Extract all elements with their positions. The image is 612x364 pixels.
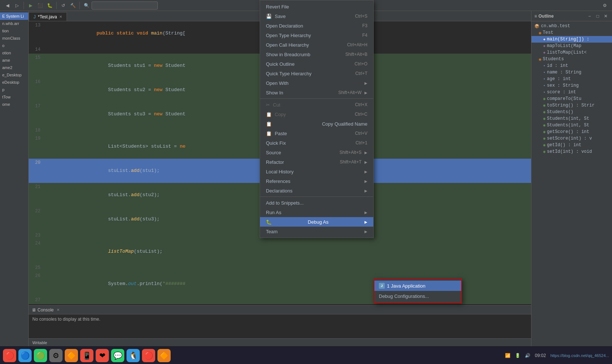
search-input[interactable] — [94, 3, 155, 8]
menu-item-open-type-hierarchy[interactable]: Open Type Hierarchy F4 — [260, 30, 373, 40]
outline-close-button[interactable]: ✕ — [602, 13, 609, 19]
code-line-24: 24 listToMap(stuList); — [29, 239, 531, 264]
taskbar-icon-1[interactable]: 🔴 — [3, 349, 16, 362]
submenu-item-debug-configurations[interactable]: Debug Configurations... — [374, 291, 461, 301]
menu-item-quick-type-hierarchy[interactable]: Quick Type Hierarchy Ctrl+T — [260, 69, 373, 78]
outline-item-mapttolist[interactable]: ◈ mapToList(Map — [531, 43, 612, 49]
build-button[interactable]: 🔨 — [68, 1, 77, 10]
sidebar-item-ame2[interactable]: ame2 — [0, 64, 28, 71]
menu-item-save[interactable]: 💾 Save Ctrl+S — [260, 11, 373, 21]
sidebar-item-whb-arr[interactable]: n.whb.arr — [0, 20, 28, 27]
outline-item-getscore[interactable]: ◉ getScore() : int — [531, 129, 612, 135]
menu-item-source[interactable]: Source Shift+Alt+S ▶ — [260, 148, 373, 157]
local-history-arrow: ▶ — [364, 170, 367, 174]
taskbar-icon-11[interactable]: 🔶 — [157, 349, 171, 362]
outline-expand-button[interactable]: □ — [594, 13, 601, 19]
taskbar-icon-10[interactable]: 🔴 — [142, 349, 155, 362]
menu-item-local-history[interactable]: Local History ▶ — [260, 167, 373, 176]
outline-item-setscore[interactable]: ◉ setScore(int) : v — [531, 135, 612, 142]
menu-item-quick-outline[interactable]: Quick Outline Ctrl+O — [260, 59, 373, 69]
outline-item-setid[interactable]: ◉ setId(int) : void — [531, 148, 612, 155]
outline-item-sex-field[interactable]: ▪ sex : String — [531, 82, 612, 89]
forward-button[interactable]: ▷ — [13, 1, 21, 10]
sidebar-item-o[interactable]: o — [0, 42, 28, 49]
menu-item-team[interactable]: Team ▶ — [260, 227, 373, 236]
refresh-button[interactable]: ↺ — [59, 1, 68, 10]
refactor-label: Refactor — [266, 159, 284, 165]
taskbar-icon-6[interactable]: 📱 — [80, 349, 93, 362]
menu-item-copy-qualified-name[interactable]: 📋 Copy Qualified Name — [260, 119, 373, 129]
toolbar-separator-3 — [79, 2, 80, 9]
outline-item-listtomap[interactable]: ◈ listToMap(List< — [531, 49, 612, 56]
outline-item-students-class[interactable]: ◉ Students — [531, 56, 612, 62]
menu-item-open-declaration[interactable]: Open Declaration F3 — [260, 21, 373, 30]
menu-item-add-to-snippets[interactable]: Add to Snippets... — [260, 198, 373, 208]
menu-item-open-call-hierarchy[interactable]: Open Call Hierarchy Ctrl+Alt+H — [260, 40, 373, 50]
submenu-item-java-app[interactable]: J 1 Java Application — [374, 281, 461, 291]
back-button[interactable]: ◀ — [3, 1, 12, 10]
compareto-label: compareTo(Stu — [547, 96, 581, 101]
menu-item-references[interactable]: References ▶ — [260, 176, 373, 186]
menu-item-revert-file[interactable]: Revert File — [260, 2, 373, 11]
outline-item-constructor-default[interactable]: ◉ Students() — [531, 109, 612, 115]
sidebar-item-monclass[interactable]: monClass — [0, 35, 28, 42]
taskbar-icon-2[interactable]: 🔵 — [18, 349, 32, 362]
sidebar-item-ome[interactable]: ome — [0, 101, 28, 108]
outline-item-package[interactable]: 📦 cn.whb.test — [531, 23, 612, 29]
menu-item-refactor[interactable]: Refactor Shift+Alt+T ▶ — [260, 157, 373, 167]
taskbar-icon-8[interactable]: 💬 — [111, 349, 124, 362]
open-type-hierarchy-label: Open Type Hierarchy — [266, 33, 311, 38]
outline-item-tostring[interactable]: ◉ toString() : Strir — [531, 102, 612, 109]
quick-fix-label: Quick Fix — [266, 140, 286, 146]
menu-item-show-in[interactable]: Show In Shift+Alt+W ▶ — [260, 88, 373, 97]
outline-item-compareto[interactable]: ◉ compareTo(Stu — [531, 95, 612, 102]
menu-item-cut[interactable]: ✂ Cut Ctrl+X — [260, 100, 373, 109]
taskbar-icon-3[interactable]: 🟢 — [34, 349, 47, 362]
taskbar-icon-9[interactable]: 🐧 — [127, 349, 140, 362]
settings-button[interactable]: ⚙ — [600, 1, 609, 10]
sidebar-item-ttow[interactable]: tTow — [0, 93, 28, 101]
method-pub-icon: ◈ — [543, 37, 545, 42]
taskbar-icon-7[interactable]: ❤ — [96, 349, 109, 362]
taskbar-icon-5[interactable]: 🔶 — [65, 349, 78, 362]
outline-item-constructor-2[interactable]: ◉ Students(int, St — [531, 122, 612, 129]
sidebar-item-otion[interactable]: otion — [0, 49, 28, 57]
sidebar-item-ame[interactable]: ame — [0, 57, 28, 64]
taskbar-icon-4[interactable]: ⚙ — [49, 349, 63, 362]
sidebar-item-p[interactable]: p — [0, 86, 28, 93]
editor-tab-test-java[interactable]: J *Test.java ✕ — [29, 12, 67, 21]
line-num-17: 17 — [29, 102, 43, 126]
outline-item-id-field[interactable]: ▪ id : int — [531, 62, 612, 69]
menu-item-show-in-breadcrumb[interactable]: Show in Breadcrumb Shift+Alt+B — [260, 50, 373, 59]
stop-button[interactable]: ⬛ — [36, 1, 45, 10]
sidebar-item-system-li[interactable]: E System Li — [0, 12, 28, 20]
sidebar-item-tion[interactable]: tion — [0, 27, 28, 35]
menu-item-paste[interactable]: 📋 Paste Ctrl+V — [260, 129, 373, 138]
close-icon[interactable]: ✕ — [59, 15, 62, 19]
run-button[interactable]: ▶ — [26, 1, 35, 10]
outline-item-getid[interactable]: ◉ getId() : int — [531, 142, 612, 148]
outline-item-main-method[interactable]: ◈ main(String[]) : — [531, 36, 612, 43]
outline-item-name-field[interactable]: ▪ name : String — [531, 69, 612, 76]
outline-item-test-class[interactable]: ◉ Test — [531, 29, 612, 36]
sidebar-item-desktop[interactable]: e_Desktop — [0, 71, 28, 79]
menu-item-quick-fix[interactable]: Quick Fix Ctrl+1 — [260, 138, 373, 148]
outline-collapse-button[interactable]: − — [586, 13, 593, 19]
field-icon-id: ▪ — [543, 64, 545, 68]
sidebar-item-edesktop[interactable]: eDesktop — [0, 79, 28, 86]
console-tab[interactable]: 🖥 Console ✕ — [29, 306, 531, 314]
search-box[interactable] — [92, 1, 158, 10]
console-close-icon[interactable]: ✕ — [57, 308, 60, 312]
line-num-16: 16 — [29, 78, 43, 102]
outline-item-score-field[interactable]: ▪ score : int — [531, 89, 612, 95]
outline-item-age-field[interactable]: ▪ age : int — [531, 76, 612, 82]
menu-item-declarations[interactable]: Declarations ▶ — [260, 186, 373, 195]
outline-item-constructor-1[interactable]: ◉ Students(int, St — [531, 115, 612, 122]
menu-item-run-as[interactable]: Run As ▶ — [260, 208, 373, 217]
sex-field-label: sex : String — [547, 83, 579, 88]
menu-item-debug-as[interactable]: 🐛 Debug As ▶ — [260, 217, 373, 227]
debug-button[interactable]: 🐛 — [45, 1, 54, 10]
menu-item-copy[interactable]: 📋 Copy Ctrl+C — [260, 109, 373, 119]
search-button[interactable]: 🔍 — [82, 1, 91, 10]
menu-item-open-with[interactable]: Open With ▶ — [260, 78, 373, 88]
